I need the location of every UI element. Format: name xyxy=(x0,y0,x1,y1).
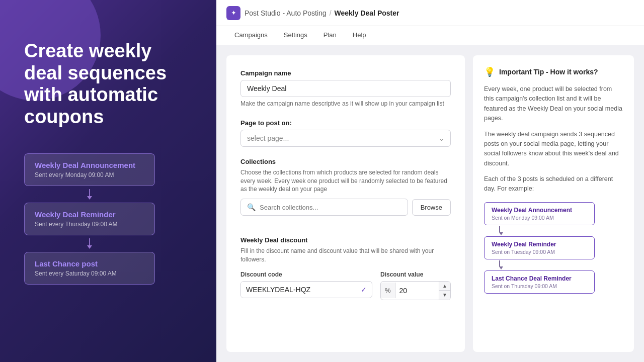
page-select-group: Page to post on: select page... xyxy=(240,119,451,147)
discount-code-input-row: ✓ xyxy=(240,281,372,298)
discount-value-label: Discount value xyxy=(380,271,451,278)
collections-hint: Choose the collections from which produc… xyxy=(240,168,451,194)
flow-container: Weekly Deal Announcement Sent every Mond… xyxy=(24,153,192,285)
main-content: Campaign name Make the campaign name des… xyxy=(216,45,644,362)
diagram-card-2-sub: Sent on Thursday 09:00 AM xyxy=(492,283,587,289)
campaign-name-input[interactable] xyxy=(240,80,451,97)
diagram-card-1: Weekly Deal Reminder Sent on Tuesday 09:… xyxy=(484,236,595,259)
page-select[interactable]: select page... xyxy=(240,130,451,147)
tab-settings[interactable]: Settings xyxy=(276,26,315,45)
search-input[interactable] xyxy=(260,204,401,211)
flow-arrow-2 xyxy=(24,235,155,252)
search-input-wrapper[interactable]: 🔍 xyxy=(240,199,408,216)
campaign-name-label: Campaign name xyxy=(240,69,451,77)
diagram-card-0-title: Weekly Deal Announcement xyxy=(492,207,587,214)
flow-card-reminder: Weekly Deal Reminder Sent every Thursday… xyxy=(24,203,155,235)
diagram-arrow-2 xyxy=(484,259,503,270)
left-title: Create weekly deal sequences with automa… xyxy=(24,40,192,128)
discount-code-col: Discount code ✓ xyxy=(240,271,372,300)
flow-card-lastchance: Last Chance post Sent every Saturday 09:… xyxy=(24,252,155,285)
flow-card-reminder-title: Weekly Deal Reminder xyxy=(35,210,144,219)
flow-card-announcement-sub: Sent every Monday 09:00 AM xyxy=(35,171,144,178)
tip-title: Important Tip - How it works? xyxy=(499,68,598,76)
breadcrumb: Post Studio - Auto Posting / Weekly Deal… xyxy=(245,9,399,17)
page-select-wrapper: select page... xyxy=(240,130,451,147)
tip-header: 💡 Important Tip - How it works? xyxy=(484,66,623,77)
diagram-card-2: Last Chance Deal Reminder Sent on Thursd… xyxy=(484,270,595,294)
stepper-up-button[interactable]: ▲ xyxy=(439,282,450,291)
discount-group: Weekly Deal discount Fill in the discoun… xyxy=(240,236,451,300)
page-select-label: Page to post on: xyxy=(240,119,451,127)
diagram-arrow-1 xyxy=(484,225,503,236)
info-panel: 💡 Important Tip - How it works? Every we… xyxy=(473,55,634,352)
app-icon-symbol: ✦ xyxy=(231,9,236,17)
tip-text-3: Each of the 3 posts is scheduled on a di… xyxy=(484,174,623,194)
discount-value-col: Discount value % ▲ ▼ xyxy=(380,271,451,300)
discount-row: Discount code ✓ Discount value % xyxy=(240,271,451,300)
diagram-card-1-sub: Sent on Tuesday 09:00 AM xyxy=(492,249,587,255)
left-panel: Create weekly deal sequences with automa… xyxy=(0,0,216,362)
discount-code-label: Discount code xyxy=(240,271,372,278)
stepper-down-button[interactable]: ▼ xyxy=(439,291,450,300)
collections-label: Collections xyxy=(240,158,451,165)
tip-icon: 💡 xyxy=(484,66,495,77)
discount-pct-symbol: % xyxy=(381,283,395,298)
tab-help[interactable]: Help xyxy=(345,26,374,45)
breadcrumb-separator: / xyxy=(330,9,332,17)
flow-arrow-1 xyxy=(24,186,155,203)
flow-card-reminder-sub: Sent every Thursday 09:00 AM xyxy=(35,221,144,228)
tip-text-2: The weekly deal campaign sends 3 sequenc… xyxy=(484,130,623,169)
discount-hint: Fill in the discount name and discount v… xyxy=(240,247,451,264)
campaign-name-hint: Make the campaign name descriptive as it… xyxy=(240,100,451,108)
collections-search-row: 🔍 Browse xyxy=(240,199,451,216)
browse-button[interactable]: Browse xyxy=(412,199,451,216)
discount-value-wrapper: % ▲ ▼ xyxy=(380,281,451,300)
tip-text-1: Every week, one product will be selected… xyxy=(484,84,623,124)
app-header: ✦ Post Studio - Auto Posting / Weekly De… xyxy=(216,0,644,26)
diagram-card-0-sub: Sent on Monday 09:00 AM xyxy=(492,215,587,221)
collections-group: Collections Choose the collections from … xyxy=(240,158,451,216)
discount-code-input[interactable] xyxy=(241,282,356,298)
breadcrumb-page-name: Weekly Deal Poster xyxy=(335,9,399,17)
flow-card-announcement-title: Weekly Deal Announcement xyxy=(35,161,144,169)
diagram-card-0: Weekly Deal Announcement Sent on Monday … xyxy=(484,202,595,225)
search-icon: 🔍 xyxy=(247,203,256,211)
info-diagram: Weekly Deal Announcement Sent on Monday … xyxy=(484,202,623,294)
form-panel: Campaign name Make the campaign name des… xyxy=(226,55,465,352)
campaign-name-group: Campaign name Make the campaign name des… xyxy=(240,69,451,108)
discount-stepper: ▲ ▼ xyxy=(439,282,450,300)
tab-campaigns[interactable]: Campaigns xyxy=(226,26,276,45)
discount-label: Weekly Deal discount xyxy=(240,236,451,244)
diagram-card-2-title: Last Chance Deal Reminder xyxy=(492,275,587,282)
section-divider xyxy=(240,227,451,227)
discount-check-icon: ✓ xyxy=(356,282,372,298)
right-panel: ✦ Post Studio - Auto Posting / Weekly De… xyxy=(216,0,644,362)
discount-value-input[interactable] xyxy=(395,283,439,299)
nav-tabs: Campaigns Settings Plan Help xyxy=(216,26,644,45)
flow-card-lastchance-sub: Sent every Saturday 09:00 AM xyxy=(35,270,144,277)
flow-card-lastchance-title: Last Chance post xyxy=(35,259,144,268)
tab-plan[interactable]: Plan xyxy=(315,26,345,45)
breadcrumb-app-name: Post Studio - Auto Posting xyxy=(245,9,327,17)
flow-card-announcement: Weekly Deal Announcement Sent every Mond… xyxy=(24,153,155,186)
app-icon: ✦ xyxy=(226,6,240,20)
diagram-card-1-title: Weekly Deal Reminder xyxy=(492,241,587,248)
